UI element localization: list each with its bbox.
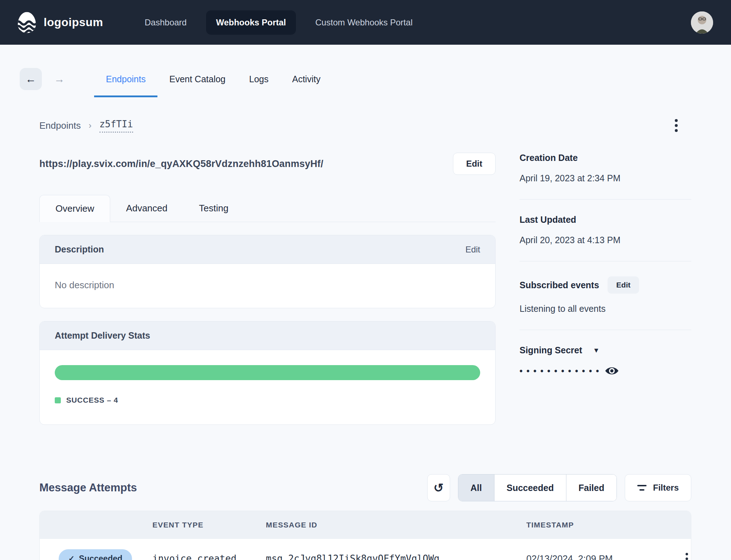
filter-all-button[interactable]: All: [458, 475, 494, 501]
tab-endpoints[interactable]: Endpoints: [94, 68, 157, 91]
last-updated-label: Last Updated: [520, 215, 691, 225]
refresh-button[interactable]: ↺: [427, 474, 450, 501]
top-tabs: Endpoints Event Catalog Logs Activity: [94, 68, 332, 91]
description-card-header: Description Edit: [40, 235, 495, 264]
forward-button[interactable]: →: [48, 68, 70, 90]
description-title: Description: [55, 244, 104, 255]
main-column: https://play.svix.com/in/e_qyAXKQ58rVdzn…: [39, 153, 496, 425]
signing-secret-label: Signing Secret: [520, 345, 582, 355]
description-card: Description Edit No description: [39, 235, 496, 308]
sidebar: Creation Date April 19, 2023 at 2:34 PM …: [520, 153, 691, 393]
attempts-table: EVENT TYPE MESSAGE ID TIMESTAMP ✓ Succee…: [39, 511, 691, 560]
signing-secret-toggle[interactable]: Signing Secret ▼: [520, 345, 691, 355]
tab-overview[interactable]: Overview: [39, 195, 110, 222]
stats-legend: SUCCESS – 4: [55, 396, 480, 404]
filters-button-label: Filters: [653, 483, 679, 493]
timestamp-cell: 02/13/2024, 2:09 PM: [526, 553, 661, 560]
delivery-stats-card: Attempt Delivery Stats SUCCESS – 4: [39, 321, 496, 425]
nav-item-dashboard[interactable]: Dashboard: [135, 10, 196, 35]
success-legend-swatch: [55, 397, 61, 403]
top-nav: logoipsum Dashboard Webhooks Portal Cust…: [0, 0, 731, 45]
logo: logoipsum: [16, 11, 103, 34]
avatar[interactable]: [691, 11, 713, 34]
signing-secret-block: Signing Secret ▼ ••••••••••••: [520, 345, 691, 393]
status-badge: ✓ Succeeded: [59, 549, 132, 560]
table-row[interactable]: ✓ Succeeded invoice.created msg_2cJyg8l1…: [40, 539, 691, 560]
attempts-table-header: EVENT TYPE MESSAGE ID TIMESTAMP: [40, 511, 691, 539]
description-edit-button[interactable]: Edit: [466, 245, 480, 255]
timestamp-column-header: TIMESTAMP: [526, 521, 661, 529]
breadcrumb-current[interactable]: z5fTIi: [99, 119, 133, 133]
back-button[interactable]: ←: [20, 68, 42, 90]
message-id-cell: msg_2cJyg8l12IiSk8gvOFfYmVglQWg: [266, 553, 526, 560]
delivery-stats-title: Attempt Delivery Stats: [55, 330, 150, 341]
event-type-cell: invoice.created: [152, 553, 266, 560]
arrow-left-icon: ←: [25, 73, 36, 85]
tab-event-catalog[interactable]: Event Catalog: [157, 68, 237, 91]
delivery-stats-body: SUCCESS – 4: [40, 350, 495, 424]
status-badge-label: Succeeded: [79, 554, 122, 560]
detail-tabs: Overview Advanced Testing: [39, 195, 496, 222]
breadcrumb: Endpoints › z5fTIi: [0, 116, 731, 135]
message-attempts-title: Message Attempts: [39, 481, 137, 494]
description-empty-text: No description: [40, 264, 495, 308]
filter-succeeded-button[interactable]: Succeeded: [494, 475, 566, 501]
reveal-secret-button[interactable]: [604, 365, 619, 377]
subscribed-events-value: Listening to all events: [520, 304, 691, 314]
last-updated-block: Last Updated April 20, 2023 at 4:13 PM: [520, 215, 691, 261]
breadcrumb-root[interactable]: Endpoints: [39, 120, 81, 131]
tab-advanced[interactable]: Advanced: [110, 195, 183, 222]
filter-failed-button[interactable]: Failed: [566, 475, 617, 501]
subscribed-events-block: Subscribed events Edit Listening to all …: [520, 276, 691, 330]
arrow-right-icon: →: [54, 73, 65, 85]
signing-secret-masked: ••••••••••••: [520, 366, 603, 376]
message-attempts-section: Message Attempts ↺ All Succeeded Failed …: [0, 474, 731, 560]
creation-date-label: Creation Date: [520, 153, 691, 163]
event-type-column-header: EVENT TYPE: [152, 521, 266, 529]
filter-icon: [637, 485, 647, 491]
filters-button[interactable]: Filters: [625, 474, 691, 501]
nav-item-custom-webhooks-portal[interactable]: Custom Webhooks Portal: [305, 10, 423, 35]
endpoint-url: https://play.svix.com/in/e_qyAXKQ58rVdzn…: [39, 158, 323, 170]
last-updated-value: April 20, 2023 at 4:13 PM: [520, 235, 691, 245]
nav-links: Dashboard Webhooks Portal Custom Webhook…: [135, 10, 423, 35]
success-legend-label: SUCCESS – 4: [66, 396, 118, 404]
signing-secret-row: ••••••••••••: [520, 365, 691, 377]
kebab-icon: [686, 553, 688, 555]
toolbar-row: ← → Endpoints Event Catalog Logs Activit…: [0, 45, 731, 91]
logo-text: logoipsum: [44, 16, 103, 29]
endpoint-url-row: https://play.svix.com/in/e_qyAXKQ58rVdzn…: [39, 153, 496, 175]
tab-testing[interactable]: Testing: [183, 195, 244, 222]
success-stats-bar: [55, 365, 480, 380]
row-options-button[interactable]: [683, 550, 691, 560]
endpoint-options-button[interactable]: [672, 116, 681, 135]
status-filter-segmented: All Succeeded Failed: [458, 474, 617, 501]
message-attempts-header: Message Attempts ↺ All Succeeded Failed …: [39, 474, 691, 501]
tab-activity[interactable]: Activity: [280, 68, 332, 91]
chevron-down-icon: ▼: [593, 347, 600, 354]
nav-item-webhooks-portal[interactable]: Webhooks Portal: [206, 10, 296, 35]
delivery-stats-header: Attempt Delivery Stats: [40, 321, 495, 350]
refresh-icon: ↺: [434, 482, 444, 494]
chevron-right-icon: ›: [89, 121, 92, 131]
content-row: https://play.svix.com/in/e_qyAXKQ58rVdzn…: [0, 153, 731, 425]
tab-logs[interactable]: Logs: [237, 68, 280, 91]
attempts-controls: ↺ All Succeeded Failed Filters: [427, 474, 691, 501]
creation-date-block: Creation Date April 19, 2023 at 2:34 PM: [520, 153, 691, 200]
subscribed-events-edit-button[interactable]: Edit: [608, 276, 639, 294]
subscribed-events-label: Subscribed events: [520, 280, 599, 290]
edit-endpoint-button[interactable]: Edit: [453, 153, 496, 175]
kebab-icon: [675, 119, 678, 122]
message-id-column-header: MESSAGE ID: [266, 521, 526, 529]
eye-icon: [604, 365, 619, 377]
logo-waves-icon: [16, 11, 37, 34]
check-icon: ✓: [68, 554, 75, 560]
creation-date-value: April 19, 2023 at 2:34 PM: [520, 173, 691, 183]
